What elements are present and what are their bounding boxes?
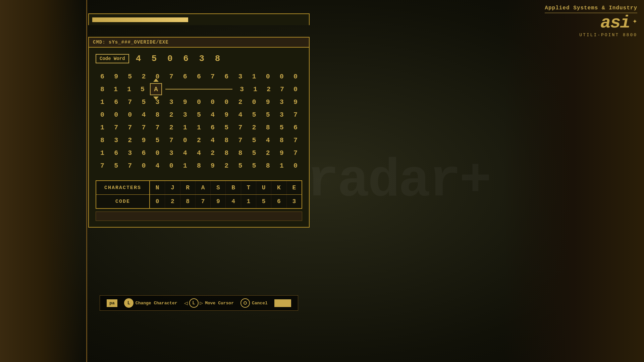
grid-cell: 0 [289,70,302,82]
grid-cell: 7 [233,134,247,146]
cmd-label: CMD: [93,40,106,45]
code-4: 4 [226,195,241,208]
char-R: R [180,181,196,194]
grid-cell: 3 [235,83,249,95]
grid-cell: 9 [220,109,233,121]
grid-cell: 8 [220,134,233,146]
grid-cell: 1 [109,83,122,95]
grid-cell: 8 [261,121,275,133]
grid-cell: 1 [192,121,206,133]
grid-cell: 9 [137,134,150,146]
grid-cell: 2 [192,134,206,146]
asi-subtitle: UTILI-POINT 8800 [545,33,637,38]
l-button-icon: L [124,298,133,308]
grid-cell: 3 [275,96,288,108]
grid-cell: 6 [289,121,302,133]
grid-cell: 6 [109,147,123,159]
grid-cell: 4 [178,147,192,159]
left-bracket-icon: ◁ [184,299,188,307]
input-bar [96,212,302,221]
code-8: 8 [180,195,196,208]
l-outline-button-icon: L [189,298,199,308]
grid-cell: 7 [123,160,137,172]
grid-cell: 5 [192,109,206,121]
grid-cell: 2 [261,147,275,159]
char-E: E [287,181,302,194]
grid-cell: 0 [109,109,123,121]
left-panel [0,0,87,362]
grid-cell: 8 [151,109,164,121]
grid-row: 0 0 0 4 8 2 3 5 4 9 4 5 5 3 7 [96,109,302,121]
grid-cell: 2 [123,134,137,146]
input-line [164,89,234,89]
char-K: K [271,181,286,194]
grid-cell: 3 [151,96,164,108]
grid-row: 8 3 2 9 5 7 0 2 4 8 7 5 4 8 7 [96,134,302,146]
grid-cell: 5 [220,121,233,133]
grid-cell: 3 [109,134,123,146]
asi-text: asi [600,14,630,32]
code-1: 1 [241,195,256,208]
right-bracket-icon: ▷ [200,300,203,306]
code-label: CODE [96,195,150,208]
grid-cell: 8 [233,147,247,159]
grid-cell: 5 [261,109,275,121]
char-T: T [241,181,256,194]
cancel-label: Cancel [252,301,268,306]
grid-cell: 9 [261,96,275,108]
grid-cell: 1 [96,121,109,133]
code-7: 7 [196,195,211,208]
grid-cell: 7 [109,121,123,133]
grid-cell: 7 [165,70,178,82]
grid-cell: 2 [137,70,150,82]
cursor-arrow-up-icon [153,78,159,82]
grid-cell: 1 [122,83,136,95]
code-3: 3 [287,195,302,208]
grid-cell: 0 [178,134,192,146]
grid-row-cursor: 8 1 1 5 A 3 1 2 7 0 [96,83,302,95]
grid-cell: 6 [137,147,150,159]
char-A: A [196,181,211,194]
grid-cell: 0 [165,160,178,172]
grid-cell: 0 [192,96,206,108]
grid-cell: 7 [137,121,150,133]
grid-cell: 5 [136,83,149,95]
grid-cell: 7 [289,109,302,121]
grid-cell: 6 [109,96,123,108]
grid-cell: 0 [289,160,302,172]
grid-cell: 4 [192,147,206,159]
grid-cell: 0 [248,96,261,108]
right-panel [503,0,644,362]
code-word-label: Code Word [96,54,129,63]
move-cursor-label: Move Cursor [205,301,234,306]
terminal-window: CMD: sYs_###_OVERIDE/EXE Code Word 4 5 0… [88,37,310,228]
grid-cell: 5 [248,109,261,121]
characters-cells: N J R A S B T U K E [150,181,302,194]
o-button-icon [240,298,250,308]
control-change-character[interactable]: L Change Character [124,298,177,308]
cursor-char: A [150,83,162,95]
control-move-cursor[interactable]: ◁ L ▷ Move Cursor [184,298,234,308]
grid-cell: 7 [275,83,289,95]
grid-cell: 7 [151,121,164,133]
control-cancel[interactable]: Cancel [240,298,268,308]
asi-logo: Applied Systems & Industry asi ✦ UTILI-P… [545,5,637,38]
grid-cell: 4 [137,109,150,121]
grid-cell: 7 [289,147,302,159]
grid-cell: 7 [165,134,178,146]
char-S: S [211,181,226,194]
char-B: B [226,181,241,194]
char-U: U [256,181,271,194]
grid-cell: 2 [165,121,178,133]
grid-cell: 1 [248,70,261,82]
code-cells: 0 2 8 7 9 4 1 5 6 3 [150,195,302,208]
grid-cell: 5 [248,147,261,159]
grid-cell: 2 [220,160,233,172]
grid-cell: 7 [206,70,219,82]
code-2: 2 [165,195,180,208]
grid-cell: 5 [248,160,261,172]
grid-cell: 1 [96,96,109,108]
grid-cell: 9 [109,70,123,82]
grid-cell: 8 [96,83,109,95]
main-content: Code Word 4 5 0 6 3 8 6 9 5 2 0 7 6 6 7 … [89,48,309,227]
